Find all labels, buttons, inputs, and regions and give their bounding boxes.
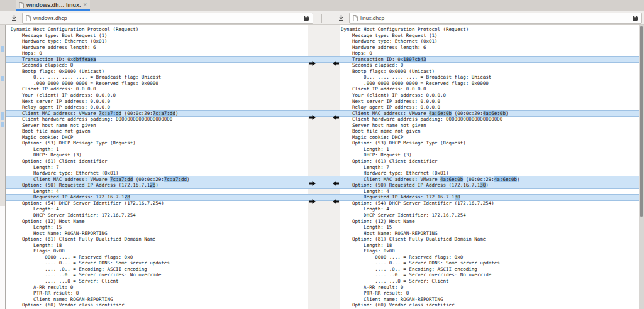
code-text: Client IP address: 0.0.0.0 bbox=[341, 86, 426, 92]
left-code-pane[interactable]: Dynamic Host Configuration Protocol (Req… bbox=[7, 25, 308, 309]
code-text: Requested IP Address: 172.16.7.1 bbox=[341, 194, 455, 200]
code-text: Server host name not given bbox=[11, 122, 96, 128]
code-line: PTR-RR result: 0 bbox=[341, 290, 638, 296]
code-line: Hops: 0 bbox=[11, 50, 308, 57]
code-text: Option: (60) Vendor class identifier bbox=[341, 302, 455, 308]
changed-text: 28 bbox=[150, 182, 155, 188]
code-line: Hardware type: Ethernet (0x01) bbox=[11, 170, 308, 176]
code-text: DHCP Server Identifier: 172.16.7.254 bbox=[11, 212, 136, 218]
tab-title: windows.dh… linux.dhcp* bbox=[26, 2, 80, 8]
tab-windows-linux-dhcp[interactable]: windows.dh… linux.dhcp* × bbox=[16, 0, 90, 11]
save-state-icon bbox=[632, 13, 638, 24]
code-line: .... 0... = Server DDNS: Some server upd… bbox=[341, 260, 638, 266]
code-line: Hardware address length: 6 bbox=[11, 45, 308, 51]
code-line: Seconds elapsed: 0 bbox=[11, 62, 308, 68]
document-icon bbox=[353, 13, 358, 24]
code-line: Server host name not given bbox=[11, 122, 308, 129]
code-line: Client MAC address: VMware_7c:a7:dd (00:… bbox=[11, 111, 308, 117]
code-line: Flags: 0x00 bbox=[11, 248, 308, 254]
code-text: Host Name: ROGAN-REPORTING bbox=[11, 230, 108, 236]
code-line: Dynamic Host Configuration Protocol (Req… bbox=[11, 26, 308, 33]
overview-diff-marker bbox=[1, 112, 4, 120]
push-change-left-button[interactable] bbox=[333, 57, 339, 62]
code-line: PTR-RR result: 0 bbox=[11, 290, 308, 296]
code-text: Message type: Boot Request (1) bbox=[11, 33, 108, 38]
code-text: Length: 18 bbox=[341, 242, 392, 248]
code-text: Relay agent IP address: 0.0.0.0 bbox=[341, 104, 440, 110]
code-text: Requested IP Address: 172.16.7.1 bbox=[11, 194, 125, 200]
code-line: .000 0000 0000 0000 = Reserved flags: 0x… bbox=[341, 80, 638, 87]
code-text: .... ..0. = Server overrides: No overrid… bbox=[11, 272, 161, 278]
code-text: Message type: Boot Request (1) bbox=[341, 33, 438, 38]
code-text: Dynamic Host Configuration Protocol (Req… bbox=[341, 26, 469, 32]
push-change-right-button[interactable] bbox=[309, 57, 316, 62]
push-change-left-button[interactable] bbox=[333, 111, 339, 116]
right-code-pane[interactable]: Dynamic Host Configuration Protocol (Req… bbox=[340, 25, 638, 309]
code-line: Client hardware address padding: 0000000… bbox=[341, 116, 638, 122]
code-line: A-RR result: 0 bbox=[341, 285, 638, 291]
code-text: ) bbox=[187, 176, 190, 182]
scrollbar-thumb[interactable] bbox=[640, 26, 643, 217]
save-button-left[interactable] bbox=[7, 14, 21, 21]
code-text: A-RR result: 0 bbox=[11, 285, 73, 290]
code-line: Length: 4 bbox=[341, 188, 638, 195]
code-line: Client MAC address: VMware_4a:6e:0b (00:… bbox=[341, 111, 638, 117]
code-line: Hops: 0 bbox=[341, 50, 638, 57]
code-text: .... .0.. = Encoding: ASCII encoding bbox=[11, 266, 147, 272]
push-change-right-button[interactable] bbox=[309, 111, 316, 116]
code-text: DHCP: Request (3) bbox=[341, 152, 412, 158]
code-text: .... 0... = Server DDNS: Some server upd… bbox=[341, 260, 500, 266]
code-text: Length: 18 bbox=[11, 242, 62, 248]
push-change-left-button[interactable] bbox=[333, 195, 339, 200]
code-line: Relay agent IP address: 0.0.0.0 bbox=[341, 104, 638, 111]
code-text: 0000 .... = Reserved flags: 0x0 bbox=[341, 254, 463, 260]
code-text: ) bbox=[155, 182, 158, 188]
code-line: Client IP address: 0.0.0.0 bbox=[341, 86, 638, 92]
code-line: Length: 15 bbox=[11, 224, 308, 230]
code-text: Boot file name not given bbox=[341, 128, 420, 134]
changed-text: 7c:a7:dd bbox=[153, 111, 175, 116]
code-text: (00:0c:29: bbox=[121, 111, 153, 116]
save-state-icon bbox=[303, 13, 309, 24]
code-line: Boot file name not given bbox=[11, 128, 308, 134]
file-button-right[interactable]: linux.dhcp bbox=[349, 13, 642, 24]
code-text: Seconds elapsed: 0 bbox=[11, 62, 73, 68]
code-text: Host Name: ROGAN-REPORTING bbox=[341, 230, 438, 236]
save-button-right[interactable] bbox=[334, 14, 348, 21]
code-text: 0... .... .... .... = Broadcast flag: Un… bbox=[341, 74, 491, 80]
push-change-left-button[interactable] bbox=[333, 177, 339, 182]
code-text: Length: 7 bbox=[341, 165, 389, 170]
code-line: DHCP: Request (3) bbox=[341, 152, 638, 158]
code-text: Next server IP address: 0.0.0.0 bbox=[11, 99, 110, 104]
save-icon bbox=[338, 14, 345, 21]
code-line: Your (client) IP address: 0.0.0.0 bbox=[11, 92, 308, 99]
close-icon[interactable]: × bbox=[83, 2, 87, 8]
code-text: Option: (53) DHCP Message Type (Request) bbox=[11, 140, 136, 146]
code-line: Length: 18 bbox=[341, 242, 638, 249]
push-change-right-button[interactable] bbox=[309, 195, 316, 200]
code-text: Relay agent IP address: 0.0.0.0 bbox=[11, 104, 110, 110]
overview-map[interactable] bbox=[0, 25, 6, 309]
code-line: Hardware type: Ethernet (0x01) bbox=[11, 38, 308, 45]
code-text: (00:0c:29: bbox=[133, 176, 164, 182]
code-text: Your (client) IP address: 0.0.0.0 bbox=[341, 92, 446, 98]
code-line: Client hardware address padding: 0000000… bbox=[11, 116, 308, 122]
code-text: ) bbox=[175, 111, 179, 116]
changed-text: 4a:6e:0b bbox=[483, 111, 506, 116]
code-text: .... 0... = Server DDNS: Some server upd… bbox=[11, 260, 170, 266]
file-button-left[interactable]: windows.dhcp bbox=[22, 13, 313, 24]
push-change-right-button[interactable] bbox=[309, 177, 316, 182]
code-line: Transaction ID: 0x1807cb43 bbox=[341, 57, 638, 63]
code-line: 0... .... .... .... = Broadcast flag: Un… bbox=[11, 74, 308, 80]
code-text: Length: 7 bbox=[11, 165, 59, 170]
changed-text: 4a:6e:0b bbox=[440, 176, 463, 182]
code-line: DHCP Server Identifier: 172.16.7.254 bbox=[341, 212, 638, 219]
code-text: ) bbox=[517, 176, 520, 182]
code-text: Hardware type: Ethernet (0x01) bbox=[341, 38, 438, 44]
left-file-header: windows.dhcp bbox=[0, 11, 321, 24]
vertical-scrollbar[interactable] bbox=[639, 25, 644, 309]
code-text: Option: (61) Client identifier bbox=[341, 158, 438, 164]
code-text: Boot file name not given bbox=[11, 128, 90, 134]
file-name-left: windows.dhcp bbox=[33, 15, 67, 21]
changed-text: 7c:a7:dd bbox=[99, 111, 121, 116]
